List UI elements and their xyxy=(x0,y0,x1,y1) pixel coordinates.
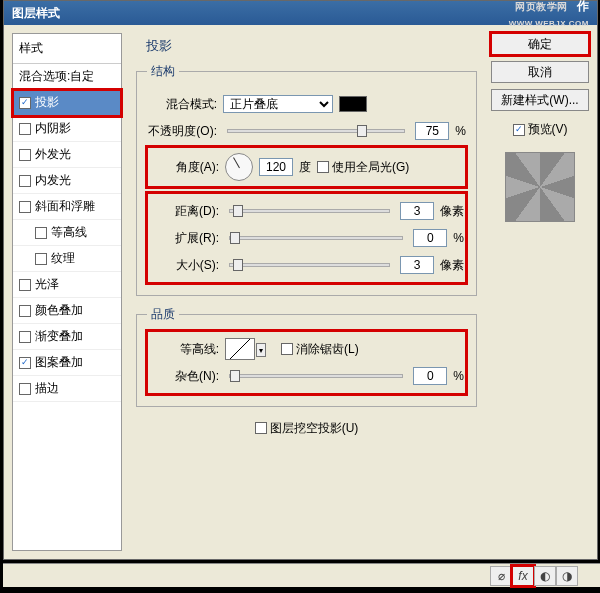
sidebar-item-texture[interactable]: 纹理 xyxy=(13,246,121,272)
checkbox-icon[interactable] xyxy=(19,305,31,317)
checkbox-icon[interactable] xyxy=(19,279,31,291)
angle-dial[interactable] xyxy=(225,153,253,181)
checkbox-icon[interactable] xyxy=(35,253,47,265)
global-light-checkbox[interactable]: 使用全局光(G) xyxy=(317,159,409,176)
noise-label: 杂色(N): xyxy=(149,368,219,385)
new-style-button[interactable]: 新建样式(W)... xyxy=(491,89,589,111)
checkbox-icon xyxy=(281,343,293,355)
checkbox-icon[interactable] xyxy=(19,123,31,135)
shadow-color-swatch[interactable] xyxy=(339,96,367,112)
size-unit: 像素 xyxy=(440,257,464,274)
noise-input[interactable] xyxy=(413,367,447,385)
size-slider[interactable] xyxy=(229,263,390,267)
chevron-down-icon[interactable]: ▾ xyxy=(256,343,266,357)
structure-legend: 结构 xyxy=(147,63,179,80)
sidebar-item-inner-shadow[interactable]: 内阴影 xyxy=(13,116,121,142)
sidebar-item-drop-shadow[interactable]: 投影 xyxy=(13,90,121,116)
blend-mode-select[interactable]: 正片叠底 xyxy=(223,95,333,113)
distance-unit: 像素 xyxy=(440,203,464,220)
checkbox-icon xyxy=(317,161,329,173)
distance-input[interactable] xyxy=(400,202,434,220)
ok-button[interactable]: 确定 xyxy=(491,33,589,55)
spread-input[interactable] xyxy=(413,229,447,247)
antialias-checkbox[interactable]: 消除锯齿(L) xyxy=(281,341,359,358)
dialog-title: 图层样式 xyxy=(12,5,60,22)
sidebar-item-color-overlay[interactable]: 颜色叠加 xyxy=(13,298,121,324)
sidebar-item-gradient-overlay[interactable]: 渐变叠加 xyxy=(13,324,121,350)
sidebar-item-bevel[interactable]: 斜面和浮雕 xyxy=(13,194,121,220)
contour-picker[interactable]: ▾ xyxy=(225,338,255,360)
right-cut: 作 xyxy=(577,0,589,13)
noise-slider[interactable] xyxy=(229,374,403,378)
fx-icon[interactable]: fx xyxy=(512,566,534,586)
quality-group: 品质 等高线: ▾ 消除锯齿(L) 杂色(N): % xyxy=(136,306,477,407)
checkbox-icon[interactable] xyxy=(19,331,31,343)
opacity-input[interactable] xyxy=(415,122,449,140)
checkbox-icon xyxy=(513,124,525,136)
distance-slider[interactable] xyxy=(229,209,390,213)
size-label: 大小(S): xyxy=(149,257,219,274)
spread-unit: % xyxy=(453,231,464,245)
preview-checkbox[interactable]: 预览(V) xyxy=(491,121,589,138)
link-icon[interactable]: ⌀ xyxy=(490,566,512,586)
checkbox-icon[interactable] xyxy=(19,97,31,109)
checkbox-icon[interactable] xyxy=(19,383,31,395)
adjustment-icon[interactable]: ◑ xyxy=(556,566,578,586)
sidebar-item-inner-glow[interactable]: 内发光 xyxy=(13,168,121,194)
cancel-button[interactable]: 取消 xyxy=(491,61,589,83)
checkbox-icon xyxy=(255,422,267,434)
checkbox-icon[interactable] xyxy=(35,227,47,239)
angle-unit: 度 xyxy=(299,159,311,176)
distance-label: 距离(D): xyxy=(149,203,219,220)
spread-label: 扩展(R): xyxy=(149,230,219,247)
noise-unit: % xyxy=(453,369,464,383)
quality-legend: 品质 xyxy=(147,306,179,323)
sidebar-item-stroke[interactable]: 描边 xyxy=(13,376,121,402)
mask-icon[interactable]: ◐ xyxy=(534,566,556,586)
opacity-label: 不透明度(O): xyxy=(147,123,217,140)
layers-panel-toolbar: ⌀ fx ◐ ◑ xyxy=(3,563,600,587)
styles-sidebar: 样式 混合选项:自定 投影 内阴影 外发光 内发光 斜面和浮雕 等高线 纹理 光… xyxy=(12,33,122,551)
titlebar[interactable]: 图层样式 网页教学网 作 WWW.WEBJX.COM xyxy=(4,1,597,25)
spread-slider[interactable] xyxy=(229,236,403,240)
watermark-url: WWW.WEBJX.COM xyxy=(509,19,589,28)
contour-label: 等高线: xyxy=(149,341,219,358)
sidebar-item-pattern-overlay[interactable]: 图案叠加 xyxy=(13,350,121,376)
preview-swatch xyxy=(505,152,575,222)
sidebar-item-satin[interactable]: 光泽 xyxy=(13,272,121,298)
angle-input[interactable] xyxy=(259,158,293,176)
checkbox-icon[interactable] xyxy=(19,357,31,369)
main-panel: 投影 结构 混合模式: 正片叠底 不透明度(O): % 角度(A): xyxy=(130,33,483,551)
sidebar-item-contour[interactable]: 等高线 xyxy=(13,220,121,246)
opacity-slider[interactable] xyxy=(227,129,405,133)
sidebar-header: 样式 xyxy=(13,34,121,64)
structure-group: 结构 混合模式: 正片叠底 不透明度(O): % 角度(A): xyxy=(136,63,477,296)
sidebar-blend-options[interactable]: 混合选项:自定 xyxy=(13,64,121,90)
size-input[interactable] xyxy=(400,256,434,274)
watermark: 网页教学网 xyxy=(515,1,568,12)
blend-mode-label: 混合模式: xyxy=(147,96,217,113)
checkbox-icon[interactable] xyxy=(19,201,31,213)
checkbox-icon[interactable] xyxy=(19,149,31,161)
checkbox-icon[interactable] xyxy=(19,175,31,187)
angle-label: 角度(A): xyxy=(149,159,219,176)
sidebar-item-outer-glow[interactable]: 外发光 xyxy=(13,142,121,168)
knockout-checkbox[interactable]: 图层挖空投影(U) xyxy=(255,420,359,437)
panel-title: 投影 xyxy=(146,37,477,55)
layer-style-dialog: 图层样式 网页教学网 作 WWW.WEBJX.COM 样式 混合选项:自定 投影… xyxy=(3,0,598,560)
dialog-buttons: 确定 取消 新建样式(W)... 预览(V) xyxy=(491,33,589,551)
opacity-unit: % xyxy=(455,124,466,138)
